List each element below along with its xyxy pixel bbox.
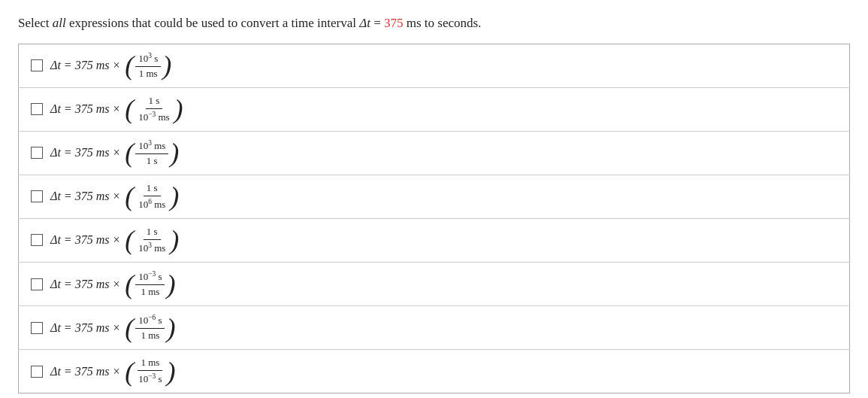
math-expr-4: Δt = 375 ms × ( 1 s 106 ms ) xyxy=(50,182,179,211)
math-expr-6: Δt = 375 ms × ( 10−3 s 1 ms ) xyxy=(50,269,175,299)
checkbox-8[interactable] xyxy=(31,366,43,378)
checkbox-6[interactable] xyxy=(31,278,43,290)
option-row-2: Δt = 375 ms × ( 1 s 10−3 ms ) xyxy=(19,87,850,131)
checkbox-4[interactable] xyxy=(31,190,43,202)
checkbox-5[interactable] xyxy=(31,234,43,246)
option-row-8: Δt = 375 ms × ( 1 ms 10−3 s ) xyxy=(19,350,850,393)
checkbox-2[interactable] xyxy=(31,103,43,115)
checkbox-1[interactable] xyxy=(31,59,43,71)
option-row-4: Δt = 375 ms × ( 1 s 106 ms ) xyxy=(19,175,850,218)
option-row-5: Δt = 375 ms × ( 1 s 103 ms ) xyxy=(19,218,850,262)
question-text: Select all expressions that could be use… xyxy=(18,14,850,33)
option-row-7: Δt = 375 ms × ( 10−6 s 1 ms ) xyxy=(19,306,850,350)
math-expr-3: Δt = 375 ms × ( 103 ms 1 s ) xyxy=(50,138,179,168)
option-row-1: Δt = 375 ms × ( 103 s 1 ms ) xyxy=(19,44,850,87)
math-expr-1: Δt = 375 ms × ( 103 s 1 ms ) xyxy=(50,51,171,81)
math-expr-8: Δt = 375 ms × ( 1 ms 10−3 s ) xyxy=(50,357,175,386)
checkbox-3[interactable] xyxy=(31,147,43,159)
option-row-3: Δt = 375 ms × ( 103 ms 1 s ) xyxy=(19,131,850,175)
option-row-6: Δt = 375 ms × ( 10−3 s 1 ms ) xyxy=(19,263,850,306)
checkbox-7[interactable] xyxy=(31,322,43,334)
math-expr-7: Δt = 375 ms × ( 10−6 s 1 ms ) xyxy=(50,313,175,342)
options-table: Δt = 375 ms × ( 103 s 1 ms ) xyxy=(18,44,850,394)
math-expr-5: Δt = 375 ms × ( 1 s 103 ms ) xyxy=(50,226,179,255)
math-expr-2: Δt = 375 ms × ( 1 s 10−3 ms ) xyxy=(50,95,183,124)
